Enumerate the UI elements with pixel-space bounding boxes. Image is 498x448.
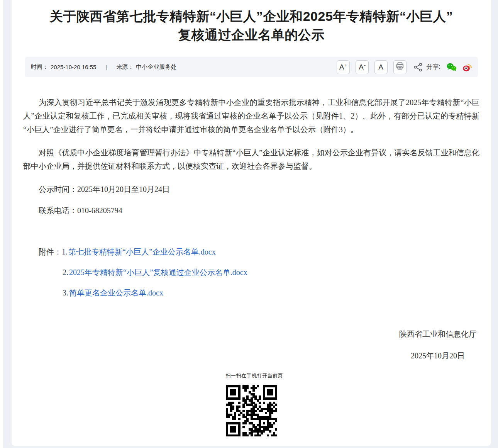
font-reset-button[interactable]: A [374,60,388,74]
font-decrease-button[interactable]: A- [356,60,369,74]
signature-department: 陕西省工业和信息化厅 [399,328,476,341]
page-title: 关于陕西省第七批专精特新“小巨人”企业和2025年专精特新“小巨人”复核通过企业… [43,7,459,44]
attachment-row: 3.简单更名企业公示名单.docx [23,286,479,300]
attachment-link-3[interactable]: 简单更名企业公示名单.docx [69,288,163,297]
meta-separator: | [105,64,107,70]
attachments-label: 附件： [23,248,62,256]
publicity-time: 公示时间：2025年10月20日至10月24日 [23,183,479,196]
qr-caption: 扫一扫在手机打开当前页 [226,369,277,382]
font-increase-button[interactable]: A+ [337,60,350,74]
signature-block: 陕西省工业和信息化厅 2025年10月20日 [23,328,479,363]
signature-date: 2025年10月20日 [399,349,476,363]
weibo-icon[interactable] [462,63,473,72]
share-label: 分享: [427,63,440,71]
attachments-list: 附件：1.第七批专精特新“小巨人”企业公示名单.docx 2.2025年专精特新… [23,245,479,300]
attachment-number: 2. [63,268,68,277]
share-nodes-icon[interactable] [413,62,423,72]
wechat-icon[interactable] [446,63,457,72]
attachment-link-2[interactable]: 2025年专精特新“小巨人”复核通过企业公示名单.docx [69,268,247,277]
article-card: 关于陕西省第七批专精特新“小巨人”企业和2025年专精特新“小巨人”复核通过企业… [12,0,491,446]
qr-section: 扫一扫在手机打开当前页 [23,369,479,436]
source-label: 来源： [116,63,134,71]
contact-phone: 联系电话：010-68205794 [23,204,479,217]
time-label: 时间： [31,63,48,71]
qr-code [226,385,277,436]
paragraph-1: 为深入贯彻习近平总书记关于激发涌现更多专精特新中小企业的重要指示批示精神，工业和… [23,96,479,136]
article-body: 为深入贯彻习近平总书记关于激发涌现更多专精特新中小企业的重要指示批示精神，工业和… [23,96,479,436]
meta-toolbar: A+ A- A [337,60,473,74]
time-value: 2025-10-20 16:55 [51,64,96,70]
attachment-number: 1. [62,248,68,256]
meta-bar: 时间： 2025-10-20 16:55 | 来源： 中小企业服务处 A+ A-… [25,57,478,77]
source-value: 中小企业服务处 [136,63,176,71]
print-button[interactable] [393,60,407,74]
attachment-row: 附件：1.第七批专精特新“小巨人”企业公示名单.docx [23,245,479,259]
attachment-row: 2.2025年专精特新“小巨人”复核通过企业公示名单.docx [23,266,479,279]
printer-icon [395,61,405,73]
paragraph-2: 对照《优质中小企业梯度培育管理暂行办法》中专精特新“小巨人”企业认定标准，如对公… [23,146,479,173]
attachment-number: 3. [63,288,68,297]
attachment-link-1[interactable]: 第七批专精特新“小巨人”企业公示名单.docx [68,248,216,256]
meta-info: 时间： 2025-10-20 16:55 | 来源： 中小企业服务处 [31,63,176,71]
